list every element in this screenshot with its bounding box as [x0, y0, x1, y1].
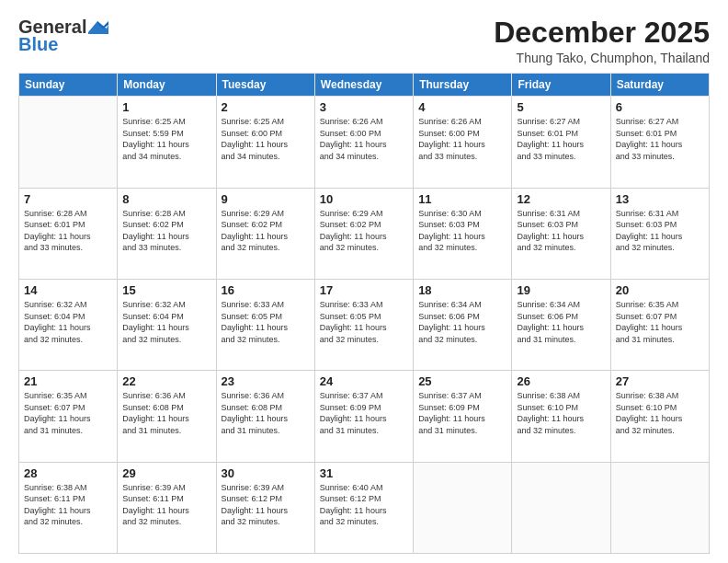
day-header-saturday: Saturday — [610, 74, 709, 97]
calendar-cell — [610, 462, 709, 553]
day-info: Sunrise: 6:26 AM Sunset: 6:00 PM Dayligh… — [418, 116, 506, 162]
calendar-cell: 15Sunrise: 6:32 AM Sunset: 6:04 PM Dayli… — [118, 279, 216, 370]
day-info: Sunrise: 6:32 AM Sunset: 6:04 PM Dayligh… — [122, 299, 210, 345]
day-header-thursday: Thursday — [414, 74, 512, 97]
calendar-cell: 16Sunrise: 6:33 AM Sunset: 6:05 PM Dayli… — [216, 279, 314, 370]
day-header-sunday: Sunday — [19, 74, 118, 97]
day-info: Sunrise: 6:33 AM Sunset: 6:05 PM Dayligh… — [222, 299, 310, 345]
logo: General Blue — [18, 17, 108, 55]
day-info: Sunrise: 6:39 AM Sunset: 6:11 PM Dayligh… — [122, 482, 210, 528]
calendar-cell: 26Sunrise: 6:38 AM Sunset: 6:10 PM Dayli… — [512, 371, 610, 462]
day-info: Sunrise: 6:27 AM Sunset: 6:01 PM Dayligh… — [517, 116, 605, 162]
day-number: 3 — [320, 100, 408, 114]
calendar-week-row: 1Sunrise: 6:25 AM Sunset: 5:59 PM Daylig… — [19, 97, 710, 188]
page: General Blue December 2025 Thung Tako, C… — [0, 0, 728, 563]
day-number: 18 — [418, 283, 506, 297]
calendar-cell: 30Sunrise: 6:39 AM Sunset: 6:12 PM Dayli… — [216, 462, 314, 553]
day-info: Sunrise: 6:38 AM Sunset: 6:10 PM Dayligh… — [517, 390, 605, 436]
calendar-cell: 21Sunrise: 6:35 AM Sunset: 6:07 PM Dayli… — [19, 371, 118, 462]
day-info: Sunrise: 6:40 AM Sunset: 6:12 PM Dayligh… — [320, 482, 408, 528]
day-info: Sunrise: 6:28 AM Sunset: 6:01 PM Dayligh… — [24, 208, 112, 254]
day-number: 24 — [320, 374, 408, 388]
day-number: 6 — [616, 100, 704, 114]
day-info: Sunrise: 6:25 AM Sunset: 6:00 PM Dayligh… — [222, 116, 310, 162]
day-number: 12 — [517, 192, 605, 206]
day-number: 30 — [222, 466, 310, 480]
day-info: Sunrise: 6:27 AM Sunset: 6:01 PM Dayligh… — [616, 116, 704, 162]
calendar-cell: 6Sunrise: 6:27 AM Sunset: 6:01 PM Daylig… — [610, 97, 709, 188]
day-info: Sunrise: 6:37 AM Sunset: 6:09 PM Dayligh… — [320, 390, 408, 436]
calendar-cell: 19Sunrise: 6:34 AM Sunset: 6:06 PM Dayli… — [512, 279, 610, 370]
day-info: Sunrise: 6:31 AM Sunset: 6:03 PM Dayligh… — [616, 208, 704, 254]
calendar-week-row: 21Sunrise: 6:35 AM Sunset: 6:07 PM Dayli… — [19, 371, 710, 462]
calendar-cell: 7Sunrise: 6:28 AM Sunset: 6:01 PM Daylig… — [19, 188, 118, 279]
day-number: 26 — [517, 374, 605, 388]
day-number: 17 — [320, 283, 408, 297]
calendar-cell — [19, 97, 118, 188]
day-info: Sunrise: 6:37 AM Sunset: 6:09 PM Dayligh… — [418, 390, 506, 436]
day-info: Sunrise: 6:35 AM Sunset: 6:07 PM Dayligh… — [616, 299, 704, 345]
day-number: 29 — [122, 466, 210, 480]
calendar-cell: 27Sunrise: 6:38 AM Sunset: 6:10 PM Dayli… — [610, 371, 709, 462]
day-number: 28 — [24, 466, 112, 480]
day-number: 9 — [222, 192, 310, 206]
day-number: 14 — [24, 283, 112, 297]
day-number: 11 — [418, 192, 506, 206]
logo-icon — [88, 19, 108, 34]
day-number: 15 — [122, 283, 210, 297]
calendar-cell: 10Sunrise: 6:29 AM Sunset: 6:02 PM Dayli… — [314, 188, 413, 279]
logo-blue: Blue — [18, 34, 58, 55]
day-info: Sunrise: 6:36 AM Sunset: 6:08 PM Dayligh… — [222, 390, 310, 436]
day-info: Sunrise: 6:38 AM Sunset: 6:11 PM Dayligh… — [24, 482, 112, 528]
calendar-week-row: 7Sunrise: 6:28 AM Sunset: 6:01 PM Daylig… — [19, 188, 710, 279]
header: General Blue December 2025 Thung Tako, C… — [18, 17, 710, 65]
calendar-cell: 24Sunrise: 6:37 AM Sunset: 6:09 PM Dayli… — [314, 371, 413, 462]
calendar-cell: 1Sunrise: 6:25 AM Sunset: 5:59 PM Daylig… — [118, 97, 216, 188]
calendar-week-row: 14Sunrise: 6:32 AM Sunset: 6:04 PM Dayli… — [19, 279, 710, 370]
day-number: 25 — [418, 374, 506, 388]
day-info: Sunrise: 6:34 AM Sunset: 6:06 PM Dayligh… — [517, 299, 605, 345]
calendar-cell — [512, 462, 610, 553]
day-info: Sunrise: 6:26 AM Sunset: 6:00 PM Dayligh… — [320, 116, 408, 162]
calendar-cell: 31Sunrise: 6:40 AM Sunset: 6:12 PM Dayli… — [314, 462, 413, 553]
calendar-cell: 4Sunrise: 6:26 AM Sunset: 6:00 PM Daylig… — [414, 97, 512, 188]
calendar-cell — [414, 462, 512, 553]
calendar-cell: 8Sunrise: 6:28 AM Sunset: 6:02 PM Daylig… — [118, 188, 216, 279]
calendar-cell: 20Sunrise: 6:35 AM Sunset: 6:07 PM Dayli… — [610, 279, 709, 370]
month-year: December 2025 — [494, 17, 710, 49]
calendar-cell: 9Sunrise: 6:29 AM Sunset: 6:02 PM Daylig… — [216, 188, 314, 279]
calendar-cell: 2Sunrise: 6:25 AM Sunset: 6:00 PM Daylig… — [216, 97, 314, 188]
day-number: 10 — [320, 192, 408, 206]
day-number: 31 — [320, 466, 408, 480]
calendar-cell: 18Sunrise: 6:34 AM Sunset: 6:06 PM Dayli… — [414, 279, 512, 370]
day-info: Sunrise: 6:29 AM Sunset: 6:02 PM Dayligh… — [222, 208, 310, 254]
day-info: Sunrise: 6:36 AM Sunset: 6:08 PM Dayligh… — [122, 390, 210, 436]
day-number: 2 — [222, 100, 310, 114]
calendar-cell: 28Sunrise: 6:38 AM Sunset: 6:11 PM Dayli… — [19, 462, 118, 553]
day-info: Sunrise: 6:33 AM Sunset: 6:05 PM Dayligh… — [320, 299, 408, 345]
day-info: Sunrise: 6:34 AM Sunset: 6:06 PM Dayligh… — [418, 299, 506, 345]
calendar-cell: 5Sunrise: 6:27 AM Sunset: 6:01 PM Daylig… — [512, 97, 610, 188]
calendar-cell: 22Sunrise: 6:36 AM Sunset: 6:08 PM Dayli… — [118, 371, 216, 462]
day-number: 7 — [24, 192, 112, 206]
day-info: Sunrise: 6:38 AM Sunset: 6:10 PM Dayligh… — [616, 390, 704, 436]
location: Thung Tako, Chumphon, Thailand — [494, 51, 710, 65]
calendar-table: SundayMondayTuesdayWednesdayThursdayFrid… — [18, 73, 710, 554]
day-number: 8 — [122, 192, 210, 206]
day-info: Sunrise: 6:35 AM Sunset: 6:07 PM Dayligh… — [24, 390, 112, 436]
calendar-cell: 13Sunrise: 6:31 AM Sunset: 6:03 PM Dayli… — [610, 188, 709, 279]
day-header-monday: Monday — [118, 74, 216, 97]
day-header-tuesday: Tuesday — [216, 74, 314, 97]
calendar-cell: 25Sunrise: 6:37 AM Sunset: 6:09 PM Dayli… — [414, 371, 512, 462]
day-number: 4 — [418, 100, 506, 114]
day-number: 5 — [517, 100, 605, 114]
calendar-cell: 12Sunrise: 6:31 AM Sunset: 6:03 PM Dayli… — [512, 188, 610, 279]
day-info: Sunrise: 6:39 AM Sunset: 6:12 PM Dayligh… — [222, 482, 310, 528]
day-info: Sunrise: 6:25 AM Sunset: 5:59 PM Dayligh… — [122, 116, 210, 162]
day-number: 27 — [616, 374, 704, 388]
day-info: Sunrise: 6:30 AM Sunset: 6:03 PM Dayligh… — [418, 208, 506, 254]
calendar-cell: 3Sunrise: 6:26 AM Sunset: 6:00 PM Daylig… — [314, 97, 413, 188]
calendar-cell: 17Sunrise: 6:33 AM Sunset: 6:05 PM Dayli… — [314, 279, 413, 370]
day-header-wednesday: Wednesday — [314, 74, 413, 97]
calendar-cell: 29Sunrise: 6:39 AM Sunset: 6:11 PM Dayli… — [118, 462, 216, 553]
